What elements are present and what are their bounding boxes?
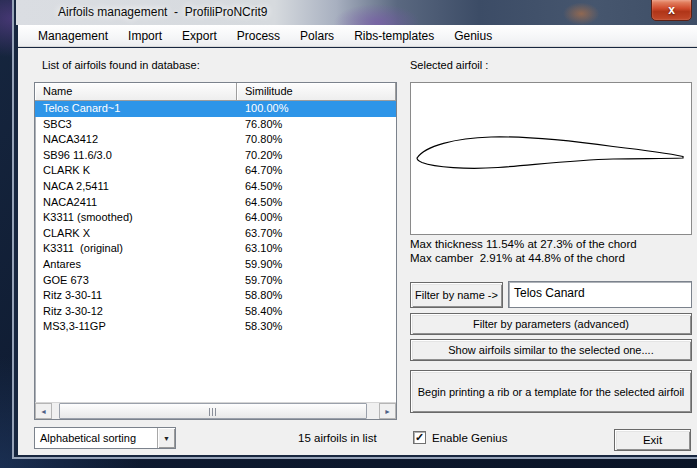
menu-item-process[interactable]: Process xyxy=(227,26,290,46)
airfoil-name-cell: Antares xyxy=(35,257,237,273)
sorting-dropdown-value: Alphabetical sorting xyxy=(35,428,157,448)
airfoil-list-row[interactable]: GOE 673 59.70% xyxy=(35,273,396,289)
menu-item-polars[interactable]: Polars xyxy=(290,26,344,46)
airfoil-list-row[interactable]: Antares 59.90% xyxy=(35,257,396,273)
window-title: Airfoils management - ProfiliProNCrit9 xyxy=(58,5,267,19)
enable-genius-checkbox[interactable]: ✓ xyxy=(413,431,426,444)
sorting-dropdown-button[interactable]: ▼ xyxy=(157,428,175,448)
airfoil-list-row[interactable]: SBC3 76.80% xyxy=(35,117,396,133)
airfoil-listbox[interactable]: Name Similitude Telos Canard~1 100.00% S… xyxy=(34,82,397,420)
airfoil-list-row[interactable]: CLARK X 63.70% xyxy=(35,226,396,242)
airfoil-similitude-cell: 58.40% xyxy=(237,304,396,320)
exit-button[interactable]: Exit xyxy=(614,429,691,451)
checkmark-icon: ✓ xyxy=(415,431,424,443)
airfoil-name-cell: Ritz 3-30-11 xyxy=(35,288,237,304)
airfoil-name-cell: CLARK X xyxy=(35,226,237,242)
scroll-right-button[interactable]: ► xyxy=(379,403,396,419)
airfoil-similitude-cell: 64.50% xyxy=(237,195,396,211)
selected-airfoil-label: Selected airfoil : xyxy=(410,59,488,71)
airfoil-name-cell: K3311 (smoothed) xyxy=(35,210,237,226)
close-icon: x xyxy=(668,3,675,17)
menu-bar: ManagementImportExportProcessPolarsRibs-… xyxy=(18,25,697,47)
airfoil-similitude-cell: 100.00% xyxy=(237,101,396,117)
airfoil-name-cell: NACA2411 xyxy=(35,195,237,211)
airfoil-list-row[interactable]: Telos Canard~1 100.00% xyxy=(35,101,396,117)
airfoil-name-cell: NACA 2,5411 xyxy=(35,179,237,195)
column-header-name[interactable]: Name xyxy=(35,83,237,101)
airfoil-name-cell: SB96 11.6/3.0 xyxy=(35,148,237,164)
max-thickness-text: Max thickness 11.54% at 27.3% of the cho… xyxy=(410,238,637,250)
airfoil-similitude-cell: 70.80% xyxy=(237,132,396,148)
airfoil-list-body: Telos Canard~1 100.00% SBC3 76.80% NACA3… xyxy=(35,101,396,402)
scroll-left-button[interactable]: ◄ xyxy=(35,403,52,419)
airfoil-list-row[interactable]: Ritz 3-30-12 58.40% xyxy=(35,304,396,320)
airfoil-similitude-cell: 64.70% xyxy=(237,163,396,179)
airfoil-similitude-cell: 64.00% xyxy=(237,210,396,226)
airfoils-management-window: Airfoils management - ProfiliProNCrit9 x… xyxy=(12,0,697,459)
menu-item-genius[interactable]: Genius xyxy=(444,26,502,46)
enable-genius-label: Enable Genius xyxy=(432,432,507,444)
airfoil-similitude-cell: 64.50% xyxy=(237,179,396,195)
scrollbar-thumb[interactable] xyxy=(59,403,367,419)
airfoil-similitude-cell: 58.30% xyxy=(237,319,396,335)
begin-printing-button[interactable]: Begin printing a rib or a template for t… xyxy=(410,370,692,413)
menu-item-import[interactable]: Import xyxy=(118,26,172,46)
menu-item-ribs-templates[interactable]: Ribs-templates xyxy=(344,26,444,46)
airfoil-similitude-cell: 76.80% xyxy=(237,117,396,133)
title-bar[interactable]: Airfoils management - ProfiliProNCrit9 x xyxy=(16,0,697,25)
airfoil-list-row[interactable]: SB96 11.6/3.0 70.20% xyxy=(35,148,396,164)
sorting-dropdown[interactable]: Alphabetical sorting ▼ xyxy=(34,427,176,449)
airfoil-similitude-cell: 63.70% xyxy=(237,226,396,242)
airfoil-similitude-cell: 70.20% xyxy=(237,148,396,164)
airfoil-count-text: 15 airfoils in list xyxy=(298,432,377,444)
airfoil-list-row[interactable]: MS3,3-11GP 58.30% xyxy=(35,319,396,335)
filter-name-input[interactable]: Telos Canard xyxy=(508,281,692,308)
filter-by-name-button[interactable]: Filter by name -> xyxy=(410,282,503,308)
close-button[interactable]: x xyxy=(651,0,692,21)
horizontal-scrollbar[interactable]: ◄ ► xyxy=(35,402,396,419)
airfoil-list-row[interactable]: NACA 2,5411 64.50% xyxy=(35,179,396,195)
scroll-right-icon: ► xyxy=(384,408,391,415)
airfoil-name-cell: SBC3 xyxy=(35,117,237,133)
airfoil-list-row[interactable]: CLARK K 64.70% xyxy=(35,163,396,179)
chevron-down-icon: ▼ xyxy=(163,435,170,442)
menu-item-management[interactable]: Management xyxy=(28,26,118,46)
filter-by-parameters-button[interactable]: Filter by parameters (advanced) xyxy=(410,313,692,335)
scroll-left-icon: ◄ xyxy=(40,408,47,415)
airfoil-name-cell: GOE 673 xyxy=(35,273,237,289)
airfoil-preview-panel xyxy=(410,82,692,235)
max-camber-text: Max camber 2.91% at 44.8% of the chord xyxy=(410,252,625,264)
scrollbar-track[interactable] xyxy=(52,403,379,419)
airfoil-outline xyxy=(411,83,691,234)
airfoil-list-row[interactable]: Ritz 3-30-11 58.80% xyxy=(35,288,396,304)
airfoil-name-cell: MS3,3-11GP xyxy=(35,319,237,335)
airfoil-list-row[interactable]: K3311 (smoothed) 64.00% xyxy=(35,210,396,226)
airfoil-similitude-cell: 59.90% xyxy=(237,257,396,273)
list-label: List of airfoils found in database: xyxy=(42,59,200,71)
airfoil-name-cell: K3311 (original) xyxy=(35,241,237,257)
airfoil-name-cell: NACA3412 xyxy=(35,132,237,148)
airfoil-similitude-cell: 59.70% xyxy=(237,273,396,289)
airfoil-name-cell: Ritz 3-30-12 xyxy=(35,304,237,320)
scrollbar-grip-icon xyxy=(209,408,217,416)
list-header: Name Similitude xyxy=(35,83,396,101)
airfoil-list-row[interactable]: NACA2411 64.50% xyxy=(35,195,396,211)
column-header-similitude[interactable]: Similitude xyxy=(237,83,396,101)
airfoil-name-cell: CLARK K xyxy=(35,163,237,179)
airfoil-similitude-cell: 63.10% xyxy=(237,241,396,257)
menu-item-export[interactable]: Export xyxy=(172,26,227,46)
desktop: Airfoils management - ProfiliProNCrit9 x… xyxy=(0,0,697,468)
dialog-body: List of airfoils found in database: Name… xyxy=(18,48,697,455)
airfoil-list-row[interactable]: K3311 (original) 63.10% xyxy=(35,241,396,257)
airfoil-list-row[interactable]: NACA3412 70.80% xyxy=(35,132,396,148)
show-similar-airfoils-button[interactable]: Show airfoils similar to the selected on… xyxy=(410,339,692,361)
airfoil-name-cell: Telos Canard~1 xyxy=(35,101,237,117)
airfoil-similitude-cell: 58.80% xyxy=(237,288,396,304)
